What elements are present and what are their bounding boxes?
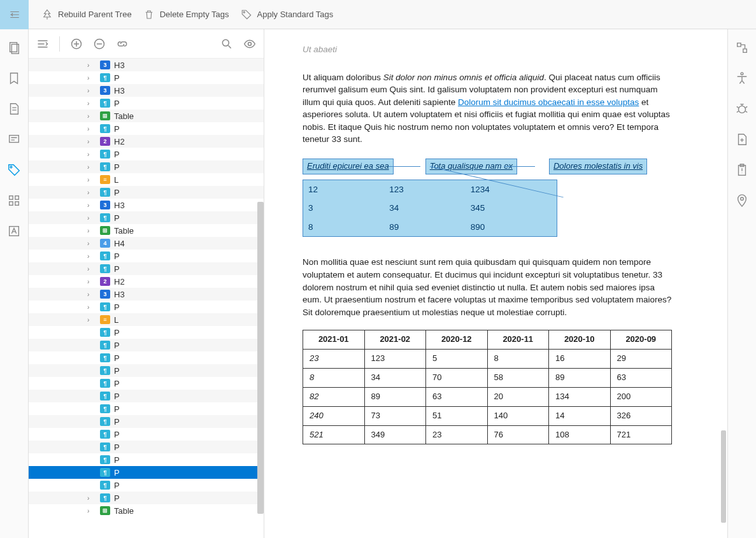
table-header: 2020-09 [610,330,672,350]
tree-item-p[interactable]: ¶P [29,441,264,453]
tree-item-p[interactable]: ¶P [29,466,264,479]
selected-table-header[interactable]: Eruditi epicurei ea sea [303,159,394,174]
bug-icon[interactable] [735,102,749,116]
tree-item-p[interactable]: ›¶P [29,160,264,173]
tree-item-p[interactable]: ›¶P [29,211,264,224]
tree-toolbar [29,29,264,59]
comment-icon[interactable] [7,132,21,146]
svg-rect-3 [10,136,19,143]
svg-point-18 [741,197,744,201]
tree-item-p[interactable]: ›¶P [29,250,264,262]
tree-item-p[interactable]: ¶P [29,377,264,390]
table-row: 5213492376108721 [303,425,672,444]
tree-scrollbar[interactable] [257,202,264,514]
table-header: 2020-12 [426,330,488,350]
tree-item-p[interactable]: ›¶P [29,71,264,84]
top-toolbar: Rebuild Parent Tree Delete Empty Tags Ap… [0,0,756,29]
tree-item-table[interactable]: ›⊞Table [29,110,264,122]
delete-label: Delete Empty Tags [160,10,229,19]
table-header: 2020-11 [487,330,549,350]
tree-item-p[interactable]: ¶P [29,390,264,402]
paragraph-2: Non mollitia quae est nesciunt sunt rem … [303,256,672,318]
delete-empty-tags-button[interactable]: Delete Empty Tags [143,9,229,20]
add-tag-icon[interactable] [70,38,83,50]
tree-list[interactable]: ›3H3›¶P›3H3›¶P›⊞Table›¶P›2H2›¶P›¶P›≡L›¶P… [29,59,264,538]
apply-standard-tags-button[interactable]: Apply Standard Tags [241,9,334,20]
svg-point-15 [739,106,746,113]
selected-table-highlight[interactable]: Eruditi epicurei ea seaTota qualisque na… [303,159,672,237]
svg-point-14 [741,73,743,75]
tree-item-table[interactable]: ›⊞Table [29,504,264,517]
selected-table-header[interactable]: Dolores molestatis in vis [549,159,647,174]
link-icon[interactable] [116,38,129,50]
font-icon[interactable] [7,224,21,238]
tags-panel-icon[interactable] [7,163,21,177]
tree-item-p[interactable]: ¶P [29,339,264,351]
eye-icon[interactable] [243,38,256,50]
tree-item-p[interactable]: ›¶P [29,97,264,110]
grid-icon[interactable] [7,194,21,208]
tree-item-p[interactable]: ›¶P [29,492,264,504]
tree-item-h3[interactable]: ›3H3 [29,59,264,71]
svg-rect-5 [10,196,13,200]
tree-item-h2[interactable]: ›2H2 [29,135,264,148]
tree-item-p[interactable]: ›¶P [29,186,264,199]
table-header: 2021-01 [303,330,365,350]
tag-icon [241,9,252,20]
tree-item-l[interactable]: ›≡L [29,173,264,186]
remove-tag-icon[interactable] [93,38,106,50]
table-row: 82896320134200 [303,387,672,406]
caption: Ut abaeti [303,43,672,56]
location-icon[interactable] [735,194,749,208]
tree-item-p[interactable]: ›¶P [29,301,264,313]
tree-item-p[interactable]: ¶P [29,364,264,377]
content-scrollbar[interactable] [721,430,726,523]
tree-item-l[interactable]: ›≡L [29,313,264,326]
tree-item-h3[interactable]: ›3H3 [29,199,264,211]
tags-tree-panel: ›3H3›¶P›3H3›¶P›⊞Table›¶P›2H2›¶P›¶P›≡L›¶P… [29,29,264,538]
right-rail [727,29,756,538]
rotate-icon[interactable] [735,41,749,55]
document-viewer[interactable]: Ut abaeti Ut aliquam doloribus Sit dolor… [264,29,727,538]
tree-item-h3[interactable]: ›3H3 [29,84,264,97]
search-icon[interactable] [220,38,233,50]
page-add-icon[interactable] [735,132,749,146]
tree-icon [41,9,53,20]
tree-item-p[interactable]: ¶P [29,479,264,492]
tree-item-p[interactable]: ¶P [29,428,264,441]
tree-item-h4[interactable]: ›4H4 [29,237,264,250]
tree-item-table[interactable]: ›⊞Table [29,224,264,237]
svg-rect-6 [15,196,19,200]
rebuild-label: Rebuild Parent Tree [58,10,132,19]
tree-item-p[interactable]: ¶P [29,453,264,466]
tree-item-p[interactable]: ›¶P [29,262,264,275]
svg-rect-8 [15,202,19,206]
pages-icon[interactable] [7,41,21,55]
tree-item-h3[interactable]: ›3H3 [29,288,264,301]
selected-table-header[interactable]: Tota qualisque nam ex [425,159,517,174]
clipboard-alert-icon[interactable] [735,163,749,177]
data-table: 2021-012021-022020-122020-112020-102020-… [303,330,672,444]
tree-item-p[interactable]: ¶P [29,415,264,428]
paragraph-1: Ut aliquam doloribus Sit dolor non minus… [303,71,672,146]
rebuild-parent-tree-button[interactable]: Rebuild Parent Tree [41,9,132,20]
svg-point-0 [243,11,245,13]
collapse-tree-icon[interactable] [36,38,49,50]
tree-item-p[interactable]: ¶P [29,326,264,339]
tree-item-p[interactable]: ¶P [29,351,264,364]
svg-point-4 [10,166,12,168]
tree-item-p[interactable]: ¶P [29,402,264,415]
table-header: 2020-10 [549,330,611,350]
tree-item-p[interactable]: ›¶P [29,148,264,160]
accessibility-icon[interactable] [735,71,749,85]
bookmark-icon[interactable] [7,71,21,85]
table-row: 23123581629 [303,350,672,369]
inline-link[interactable]: Dolorum sit ducimus obcaecati in esse vo… [458,97,639,107]
tree-item-h2[interactable]: ›2H2 [29,275,264,288]
menu-collapse-icon [9,9,20,20]
menu-toggle-button[interactable] [0,0,29,29]
table-header: 2021-02 [364,330,426,350]
document-icon[interactable] [7,102,21,116]
tree-item-p[interactable]: ›¶P [29,122,264,135]
left-rail [0,29,29,538]
